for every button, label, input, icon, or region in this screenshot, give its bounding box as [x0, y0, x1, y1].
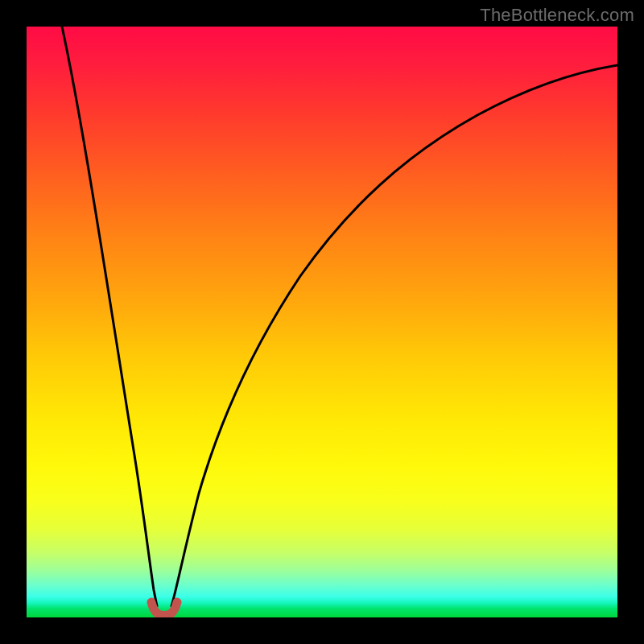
bottleneck-curve-left — [62, 27, 157, 606]
minimum-marker — [151, 602, 177, 616]
bottleneck-curve-right — [171, 65, 617, 606]
watermark-text: TheBottleneck.com — [480, 5, 634, 26]
plot-area — [27, 27, 617, 617]
curve-layer — [27, 27, 617, 617]
chart-frame: TheBottleneck.com — [0, 0, 644, 644]
